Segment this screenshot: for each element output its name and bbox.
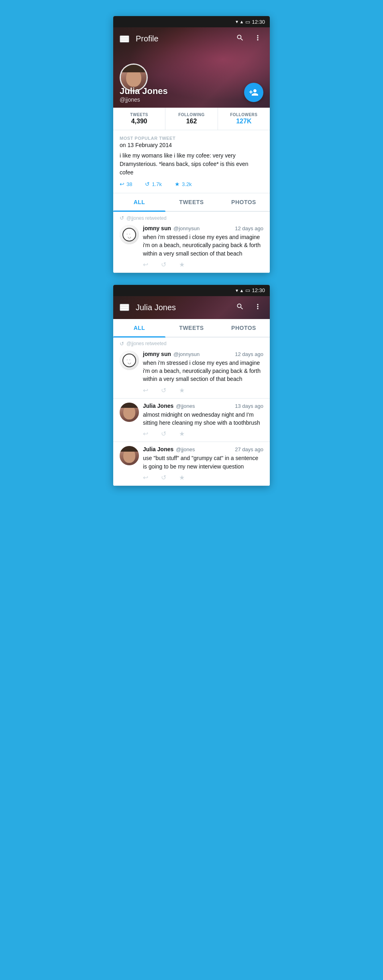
tweet-list-2: ↺ @jjones retweeted jomny sun @jonnysun …	[113, 338, 270, 486]
retweet-btn-s2-3[interactable]: ↺	[161, 474, 166, 481]
wifi-icon-2: ▾	[236, 288, 238, 293]
topbar-right-1	[234, 32, 263, 45]
retweet-btn-s2-2[interactable]: ↺	[161, 430, 166, 438]
tweet-meta-s2-2: Julia Jones @jjones 13 days ago	[143, 403, 263, 409]
star-icon: ★	[175, 181, 180, 187]
status-icons-2: ▾ ▲ ▭ 12:30	[236, 287, 265, 293]
retweet-indicator-2: ↺ @jjones retweeted	[113, 338, 270, 347]
stat-following[interactable]: FOLLOWING 162	[165, 108, 218, 130]
topbar-right-2	[234, 301, 263, 314]
popular-tweet-section: MOST POPULAR TWEET on 13 February 2014 i…	[113, 130, 270, 193]
tweet-item-actions-s2-1: ↩ ↺ ★	[143, 387, 263, 394]
retweet-small-icon-2: ↺	[120, 341, 124, 347]
reply-count: 38	[126, 181, 132, 187]
tweet-item-1: jomny sun @jonnysun 12 days ago when i'm…	[113, 221, 270, 273]
hamburger-line	[120, 41, 128, 42]
reply-btn-s2-2[interactable]: ↩	[143, 430, 148, 438]
popular-tweet-label: MOST POPULAR TWEET	[120, 136, 263, 141]
tweet-handle-s2-1: @jonnysun	[173, 351, 200, 357]
page-title-1: Profile	[136, 34, 159, 43]
hamburger-line	[120, 39, 128, 39]
tweet-list-1: ↺ @jjones retweeted jomny sun @jonnysun …	[113, 212, 270, 273]
julia-avatar-2	[120, 403, 139, 422]
tabs-2: ALL TWEETS PHOTOS	[113, 319, 270, 338]
like-btn-s2-2[interactable]: ★	[179, 430, 185, 438]
hamburger-line	[120, 307, 128, 308]
jomny-face-2	[122, 354, 136, 367]
tweet-time-s2-2: 13 days ago	[235, 403, 263, 409]
tweet-body-1: jomny sun @jonnysun 12 days ago when i'm…	[143, 225, 263, 268]
wifi-icon: ▾	[236, 19, 238, 25]
tweet-body-s2-2: Julia Jones @jjones 13 days ago almost m…	[143, 403, 263, 438]
signal-icon-2: ▲	[240, 288, 244, 293]
profile-handle: @jjones	[120, 96, 168, 103]
status-bar-1: ▾ ▲ ▭ 12:30	[113, 16, 270, 27]
search-button-1[interactable]	[234, 32, 246, 45]
tweet-body-s2-3: Julia Jones @jjones 27 days ago use "but…	[143, 446, 263, 481]
retweet-action[interactable]: ↺ 1.7k	[145, 181, 162, 187]
tweet-time-1: 12 days ago	[235, 225, 263, 231]
tab-tweets-2[interactable]: TWEETS	[165, 319, 218, 337]
retweet-btn-s2-1[interactable]: ↺	[161, 387, 166, 394]
reply-action[interactable]: ↩ 38	[120, 181, 132, 187]
julia-avatar-3	[120, 446, 139, 465]
retweet-indicator-text-1: @jjones retweeted	[126, 215, 167, 221]
like-action[interactable]: ★ 3.2k	[175, 181, 192, 187]
status-time-1: 12:30	[252, 19, 265, 25]
tab-photos-1[interactable]: PHOTOS	[218, 193, 270, 211]
screen2: ▾ ▲ ▭ 12:30 Julia Jones	[113, 285, 270, 486]
dark-header: Julia Jones	[113, 296, 270, 319]
stat-followers-value: 127K	[236, 118, 251, 125]
stat-tweets-value: 4,390	[131, 118, 147, 125]
battery-icon-2: ▭	[245, 287, 250, 293]
stat-followers[interactable]: FOLLOWERS 127K	[218, 108, 270, 130]
stat-tweets[interactable]: TWEETS 4,390	[113, 108, 165, 130]
menu-button-1[interactable]	[120, 35, 129, 43]
like-btn-1[interactable]: ★	[179, 261, 185, 268]
tweet-author-1: jomny sun	[143, 225, 171, 231]
tweet-avatar-s2-1	[120, 351, 139, 370]
list-item: Julia Jones @jjones 13 days ago almost m…	[113, 399, 270, 442]
popular-tweet-actions: ↩ 38 ↺ 1.7k ★ 3.2k	[120, 181, 263, 187]
follow-button[interactable]	[244, 83, 263, 102]
tweet-meta-s2-1: jomny sun @jonnysun 12 days ago	[143, 351, 263, 357]
like-count: 3.2k	[182, 181, 192, 187]
stat-followers-label: FOLLOWERS	[230, 113, 257, 117]
hamburger-line	[120, 309, 128, 310]
signal-icon: ▲	[240, 19, 244, 24]
tab-all-1[interactable]: ALL	[113, 193, 165, 211]
tweet-text-1: when i'm stressed i close my eyes and im…	[143, 233, 263, 258]
tweet-time-s2-1: 12 days ago	[235, 351, 263, 357]
battery-icon: ▭	[245, 19, 250, 25]
tab-photos-2[interactable]: PHOTOS	[218, 319, 270, 337]
popular-tweet-date: on 13 February 2014	[120, 142, 263, 148]
search-icon-1	[236, 34, 244, 42]
like-btn-s2-3[interactable]: ★	[179, 474, 185, 481]
retweet-btn-1[interactable]: ↺	[161, 261, 166, 268]
topbar-left-1: Profile	[120, 34, 159, 43]
tweet-time-s2-3: 27 days ago	[235, 446, 263, 452]
tab-all-2[interactable]: ALL	[113, 319, 165, 337]
retweet-icon: ↺	[145, 181, 150, 187]
more-icon-1	[254, 34, 262, 42]
topbar-2: Julia Jones	[113, 296, 270, 319]
page-title-2: Julia Jones	[136, 303, 176, 312]
tweet-handle-1: @jonnysun	[173, 225, 200, 231]
list-item: Julia Jones @jjones 27 days ago use "but…	[113, 442, 270, 486]
reply-btn-s2-3[interactable]: ↩	[143, 474, 148, 481]
more-icon-2	[254, 303, 262, 311]
reply-btn-s2-1[interactable]: ↩	[143, 387, 148, 394]
menu-button-2[interactable]	[120, 304, 129, 311]
reply-btn-1[interactable]: ↩	[143, 261, 148, 268]
search-button-2[interactable]	[234, 301, 246, 314]
tweet-avatar-s2-2	[120, 403, 139, 422]
tab-tweets-1[interactable]: TWEETS	[165, 193, 218, 211]
add-person-icon	[249, 88, 259, 97]
tweet-avatar-jomny-1	[120, 225, 139, 244]
tweet-text-s2-2: almost midnight on wednesday night and I…	[143, 411, 263, 427]
list-item: jomny sun @jonnysun 12 days ago when i'm…	[113, 347, 270, 399]
tweet-handle-s2-3: @jjones	[176, 446, 195, 452]
more-button-2[interactable]	[252, 301, 263, 314]
like-btn-s2-1[interactable]: ★	[179, 387, 185, 394]
more-button-1[interactable]	[252, 32, 263, 45]
